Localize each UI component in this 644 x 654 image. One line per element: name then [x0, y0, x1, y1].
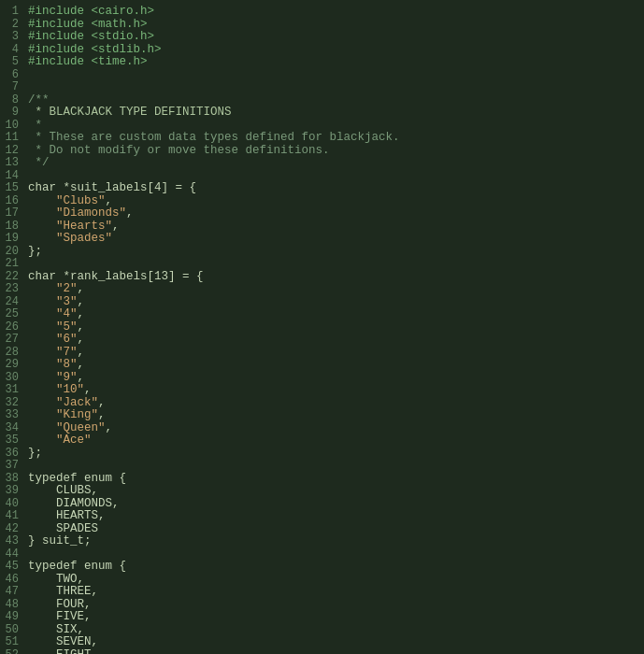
line-number: 16: [0, 195, 28, 208]
code-line: 28 "7",: [0, 347, 644, 360]
code-line: 9 * BLACKJACK TYPE DEFINITIONS: [0, 107, 644, 120]
code-line: 17 "Diamonds",: [0, 207, 644, 220]
line-number: 6: [0, 69, 28, 82]
line-code: SPADES: [28, 523, 644, 536]
code-line: 14: [0, 170, 644, 183]
line-number: 18: [0, 220, 28, 234]
code-line: 36};: [0, 448, 644, 461]
line-number: 45: [0, 561, 28, 574]
line-number: 40: [0, 498, 28, 511]
code-line: 16 "Clubs",: [0, 195, 644, 208]
code-line: 41 HEARTS,: [0, 510, 644, 523]
line-code: FIVE,: [28, 611, 644, 624]
code-line: 23 "2",: [0, 283, 644, 296]
code-line: 47 THREE,: [0, 586, 644, 599]
line-code: typedef enum {: [28, 473, 644, 486]
line-code: */: [28, 157, 644, 170]
line-code: TWO,: [28, 574, 644, 587]
line-number: 46: [0, 574, 28, 587]
line-number: 33: [0, 409, 28, 422]
code-line: 1#include <cairo.h>: [0, 6, 644, 19]
code-line: 2#include <math.h>: [0, 19, 644, 32]
line-number: 41: [0, 510, 28, 523]
line-code: #include <math.h>: [28, 19, 644, 32]
line-number: 13: [0, 157, 28, 170]
code-line: 13 */: [0, 157, 644, 170]
line-code: "Diamonds",: [28, 207, 644, 220]
line-code: EIGHT,: [28, 649, 644, 655]
code-line: 43} suit_t;: [0, 535, 644, 548]
line-code: typedef enum {: [28, 561, 644, 574]
line-code: THREE,: [28, 586, 644, 599]
code-line: 11 * These are custom data types defined…: [0, 132, 644, 145]
line-number: 32: [0, 397, 28, 410]
code-line: 24 "3",: [0, 296, 644, 309]
code-line: 15char *suit_labels[4] = {: [0, 182, 644, 195]
line-number: 47: [0, 586, 28, 599]
line-number: 9: [0, 107, 28, 120]
code-line: 46 TWO,: [0, 574, 644, 587]
line-number: 12: [0, 145, 28, 158]
code-line: 18 "Hearts",: [0, 220, 644, 234]
line-number: 21: [0, 258, 28, 271]
line-code: char *rank_labels[13] = {: [28, 271, 644, 284]
code-line: 6: [0, 69, 644, 82]
line-code: "9",: [28, 372, 644, 385]
line-code: };: [28, 246, 644, 259]
line-number: 51: [0, 636, 28, 649]
code-line: 7: [0, 81, 644, 94]
line-number: 36: [0, 448, 28, 461]
line-code: * Do not modify or move these definition…: [28, 145, 644, 158]
code-line: 8/**: [0, 94, 644, 107]
line-code: "8",: [28, 359, 644, 372]
code-line: 21: [0, 258, 644, 271]
line-number: 44: [0, 548, 28, 562]
line-code: "Spades": [28, 233, 644, 246]
line-code: "Ace": [28, 434, 644, 448]
code-line: 50 SIX,: [0, 624, 644, 637]
line-number: 5: [0, 56, 28, 69]
code-line: 51 SEVEN,: [0, 636, 644, 649]
code-line: 40 DIAMONDS,: [0, 498, 644, 511]
code-line: 25 "4",: [0, 308, 644, 321]
line-number: 14: [0, 170, 28, 183]
code-line: 4#include <stdlib.h>: [0, 44, 644, 57]
line-code: HEARTS,: [28, 510, 644, 523]
line-number: 28: [0, 347, 28, 360]
line-code: "King",: [28, 409, 644, 422]
line-code: * These are custom data types defined fo…: [28, 132, 644, 145]
code-line: 5#include <time.h>: [0, 56, 644, 69]
code-line: 52 EIGHT,: [0, 649, 644, 655]
line-number: 35: [0, 434, 28, 448]
line-code: "3",: [28, 296, 644, 309]
code-line: 12 * Do not modify or move these definit…: [0, 145, 644, 158]
line-code: #include <stdio.h>: [28, 31, 644, 44]
code-line: 27 "6",: [0, 334, 644, 347]
line-code: };: [28, 448, 644, 461]
line-code: } suit_t;: [28, 535, 644, 548]
code-line: 39 CLUBS,: [0, 485, 644, 498]
code-line: 44: [0, 548, 644, 562]
line-code: "Hearts",: [28, 220, 644, 234]
line-code: * BLACKJACK TYPE DEFINITIONS: [28, 107, 644, 120]
code-line: 30 "9",: [0, 372, 644, 385]
line-code: "7",: [28, 347, 644, 360]
line-code: CLUBS,: [28, 485, 644, 498]
line-number: 27: [0, 334, 28, 347]
line-code: #include <stdlib.h>: [28, 44, 644, 57]
line-code: "Queen",: [28, 422, 644, 435]
line-number: 1: [0, 6, 28, 19]
line-code: "6",: [28, 334, 644, 347]
line-number: 31: [0, 384, 28, 397]
line-number: 50: [0, 624, 28, 637]
line-number: 7: [0, 81, 28, 94]
line-code: FOUR,: [28, 599, 644, 612]
code-line: 37: [0, 460, 644, 473]
line-number: 3: [0, 31, 28, 44]
code-line: 45typedef enum {: [0, 561, 644, 574]
line-number: 29: [0, 359, 28, 372]
line-number: 26: [0, 321, 28, 334]
code-line: 42 SPADES: [0, 523, 644, 536]
line-number: 24: [0, 296, 28, 309]
code-line: 29 "8",: [0, 359, 644, 372]
